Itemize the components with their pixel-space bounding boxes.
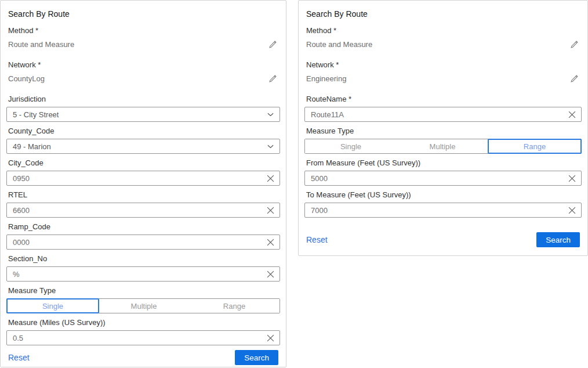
field-jurisdiction: Jurisdiction 5 - City Street <box>6 95 280 122</box>
section-no-input[interactable] <box>7 267 261 281</box>
search-button[interactable]: Search <box>536 232 580 247</box>
county-code-selected-value: 49 - Marion <box>13 142 51 151</box>
method-label: Method * <box>306 26 582 35</box>
field-network: Network * CountyLog <box>6 60 280 90</box>
from-measure-input-box <box>304 171 582 186</box>
county-code-label: County_Code <box>8 127 280 136</box>
jurisdiction-label: Jurisdiction <box>8 95 280 104</box>
panel-footer: Reset Search <box>304 232 582 248</box>
reset-link[interactable]: Reset <box>8 353 30 362</box>
chevron-down-icon <box>267 145 274 149</box>
clear-x-icon <box>568 111 576 118</box>
field-method: Method * Route and Measure <box>304 26 582 56</box>
rtel-input-box <box>6 203 280 218</box>
clear-x-icon <box>568 207 576 214</box>
to-measure-clear-button[interactable] <box>562 203 581 217</box>
route-name-label: RouteName * <box>306 95 582 104</box>
county-code-select[interactable]: 49 - Marion <box>6 139 280 154</box>
method-edit-button[interactable] <box>267 38 278 50</box>
route-name-input-box <box>304 107 582 122</box>
to-measure-input[interactable] <box>305 203 562 217</box>
city-code-label: City_Code <box>8 158 280 168</box>
from-measure-label: From Measure (Feet (US Survey)) <box>306 158 582 168</box>
panel-footer: Reset Search <box>6 350 280 366</box>
section-no-label: Section_No <box>8 254 280 264</box>
pencil-icon <box>569 39 579 49</box>
field-measure: Measure (Miles (US Survey)) <box>6 318 280 345</box>
method-value-row: Route and Measure <box>306 38 580 50</box>
segment-multiple[interactable]: Multiple <box>397 139 488 153</box>
search-by-route-panel-engineering: Search By Route Method * Route and Measu… <box>298 0 588 256</box>
field-ramp-code: Ramp_Code <box>6 222 280 250</box>
field-measure-type: Measure Type Single Multiple Range <box>6 286 280 313</box>
pencil-icon <box>268 39 278 49</box>
from-measure-input[interactable] <box>305 171 562 185</box>
network-value: Engineering <box>306 73 346 84</box>
rtel-clear-button[interactable] <box>261 203 280 217</box>
search-button[interactable]: Search <box>235 350 278 365</box>
jurisdiction-selected-value: 5 - City Street <box>13 110 59 119</box>
clear-x-icon <box>267 207 274 214</box>
field-measure-type: Measure Type Single Multiple Range <box>304 127 582 154</box>
field-from-measure: From Measure (Feet (US Survey)) <box>304 158 582 186</box>
reset-link[interactable]: Reset <box>306 235 328 244</box>
ramp-code-clear-button[interactable] <box>261 235 280 249</box>
section-no-input-box <box>6 266 280 282</box>
field-section-no: Section_No <box>6 254 280 282</box>
rtel-label: RTEL <box>8 190 280 200</box>
measure-input-box <box>6 330 280 345</box>
method-value: Route and Measure <box>306 39 372 50</box>
pencil-icon <box>268 74 278 84</box>
segment-single[interactable]: Single <box>305 139 397 153</box>
pencil-icon <box>569 74 579 84</box>
clear-x-icon <box>267 334 274 342</box>
segment-range[interactable]: Range <box>189 299 280 313</box>
ramp-code-input[interactable] <box>7 235 261 249</box>
to-measure-input-box <box>304 203 582 218</box>
clear-x-icon <box>267 239 274 246</box>
measure-label: Measure (Miles (US Survey)) <box>8 318 280 327</box>
segment-single[interactable]: Single <box>6 298 99 313</box>
clear-x-icon <box>267 175 274 182</box>
segment-multiple[interactable]: Multiple <box>99 299 189 313</box>
city-code-input[interactable] <box>7 171 261 185</box>
search-by-route-widgets: Search By Route Method * Route and Measu… <box>0 0 588 368</box>
measure-input[interactable] <box>7 331 261 345</box>
clear-x-icon <box>568 175 576 182</box>
field-method: Method * Route and Measure <box>6 26 280 56</box>
measure-clear-button[interactable] <box>261 331 280 345</box>
city-code-clear-button[interactable] <box>261 171 280 185</box>
field-city-code: City_Code <box>6 158 280 186</box>
rtel-input[interactable] <box>7 203 261 217</box>
from-measure-clear-button[interactable] <box>562 171 581 185</box>
page-title: Search By Route <box>8 9 280 19</box>
city-code-input-box <box>6 171 280 186</box>
ramp-code-input-box <box>6 234 280 250</box>
network-label: Network * <box>8 60 280 70</box>
route-name-clear-button[interactable] <box>562 107 581 121</box>
jurisdiction-select[interactable]: 5 - City Street <box>6 107 280 122</box>
network-value-row: Engineering <box>306 73 580 84</box>
field-county-code: County_Code 49 - Marion <box>6 127 280 154</box>
network-edit-button[interactable] <box>267 73 278 84</box>
to-measure-label: To Measure (Feet (US Survey)) <box>306 190 582 200</box>
network-label: Network * <box>306 60 582 70</box>
section-no-clear-button[interactable] <box>261 267 280 281</box>
search-by-route-panel-countylog: Search By Route Method * Route and Measu… <box>0 0 286 367</box>
field-to-measure: To Measure (Feet (US Survey)) <box>304 190 582 218</box>
page-title: Search By Route <box>306 9 582 19</box>
network-value-row: CountyLog <box>8 73 278 84</box>
method-label: Method * <box>8 26 280 35</box>
segment-range[interactable]: Range <box>488 139 582 154</box>
clear-x-icon <box>267 270 274 278</box>
network-edit-button[interactable] <box>568 73 580 84</box>
measure-type-label: Measure Type <box>8 286 280 295</box>
measure-type-segmented-control: Single Multiple Range <box>6 298 280 313</box>
field-network: Network * Engineering <box>304 60 582 90</box>
method-value-row: Route and Measure <box>8 38 278 50</box>
field-route-name: RouteName * <box>304 95 582 122</box>
route-name-input[interactable] <box>305 107 562 121</box>
method-edit-button[interactable] <box>568 38 580 50</box>
measure-type-label: Measure Type <box>306 127 582 136</box>
field-rtel: RTEL <box>6 190 280 218</box>
